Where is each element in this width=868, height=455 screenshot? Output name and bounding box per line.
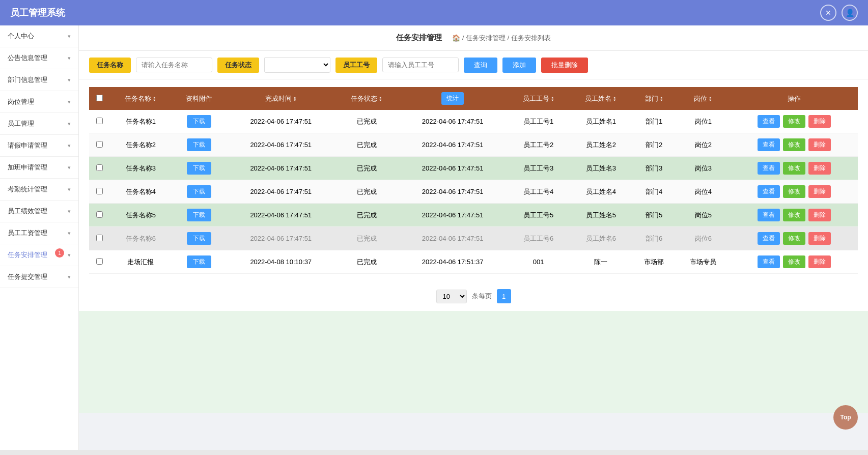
row-task-name: 任务名称3 — [109, 157, 172, 180]
row-post: 市场专员 — [676, 250, 731, 274]
stats-header-button[interactable]: 统计 — [441, 92, 464, 105]
col-task-name: 任务名称⇕ — [109, 87, 172, 110]
view-button[interactable]: 查看 — [758, 232, 780, 245]
row-employee-name: 员工姓名2 — [570, 133, 632, 157]
sidebar-item-leave[interactable]: 请假申请管理▾ — [0, 135, 78, 157]
view-button[interactable]: 查看 — [758, 255, 780, 268]
row-dept: 部门3 — [632, 157, 676, 180]
row-checkbox[interactable] — [96, 141, 103, 148]
row-employee-name: 员工姓名3 — [570, 157, 632, 180]
task-status-label: 任务状态 — [217, 58, 259, 73]
table-row: 任务名称3 下载 2022-04-06 17:47:51 已完成 2022-04… — [89, 157, 858, 180]
row-checkbox[interactable] — [96, 211, 103, 218]
top-button[interactable]: Top — [833, 405, 858, 430]
row-attachment: 下载 — [172, 227, 227, 250]
col-complete-time: 完成时间⇕ — [226, 87, 335, 110]
download-button[interactable]: 下载 — [187, 255, 211, 268]
download-button[interactable]: 下载 — [187, 115, 211, 128]
sidebar-item-label: 请假申请管理 — [8, 141, 47, 150]
sidebar-arrow: ▾ — [68, 186, 71, 193]
sidebar-item-task-arrange[interactable]: 任务安排管理▾1 — [0, 244, 78, 266]
delete-button[interactable]: 删除 — [808, 232, 831, 245]
download-button[interactable]: 下载 — [187, 162, 211, 175]
view-button[interactable]: 查看 — [758, 185, 780, 198]
delete-button[interactable]: 删除 — [808, 115, 831, 128]
download-button[interactable]: 下载 — [187, 209, 211, 221]
sidebar-item-performance[interactable]: 员工绩效管理▾ — [0, 201, 78, 222]
employee-id-label: 员工工号 — [335, 58, 377, 73]
sidebar-item-personal[interactable]: 个人中心▾ — [0, 25, 78, 47]
edit-button[interactable]: 修改 — [783, 209, 805, 221]
delete-button[interactable]: 删除 — [808, 209, 831, 221]
sidebar-item-announcement[interactable]: 公告信息管理▾ — [0, 47, 78, 69]
employee-id-input[interactable] — [382, 58, 459, 72]
row-task-name: 任务名称5 — [109, 204, 172, 227]
bottom-scrollbar[interactable] — [0, 450, 868, 455]
sidebar-item-salary[interactable]: 员工工资管理▾ — [0, 222, 78, 244]
task-name-input[interactable] — [136, 58, 212, 72]
edit-button[interactable]: 修改 — [783, 115, 805, 128]
add-button[interactable]: 添加 — [502, 58, 536, 73]
sidebar-arrow: ▾ — [68, 143, 71, 149]
row-checkbox[interactable] — [96, 164, 103, 171]
edit-button[interactable]: 修改 — [783, 138, 805, 151]
sidebar-item-label: 任务提交管理 — [8, 272, 47, 281]
row-employee-name: 陈一 — [570, 250, 632, 274]
sidebar-item-position[interactable]: 岗位管理▾ — [0, 91, 78, 113]
row-attachment: 下载 — [172, 180, 227, 204]
sidebar-item-attendance[interactable]: 考勤统计管理▾ — [0, 179, 78, 201]
bottom-area — [79, 311, 868, 413]
row-checkbox-cell — [89, 250, 109, 274]
per-page-text: 条每页 — [472, 292, 492, 301]
row-dept: 部门4 — [632, 180, 676, 204]
table-row: 走场汇报 下载 2022-04-08 10:10:37 已完成 2022-04-… — [89, 250, 858, 274]
delete-button[interactable]: 删除 — [808, 138, 831, 151]
page-1-button[interactable]: 1 — [497, 289, 511, 303]
row-checkbox[interactable] — [96, 118, 103, 124]
page-size-select[interactable]: 10 20 50 100 — [436, 290, 467, 303]
row-post: 岗位2 — [676, 133, 731, 157]
row-stats-time: 2022-04-06 17:47:51 — [398, 110, 508, 133]
row-stats-time: 2022-04-06 17:47:51 — [398, 157, 508, 180]
row-complete-time: 2022-04-06 17:47:51 — [226, 180, 335, 204]
close-button[interactable]: ✕ — [820, 5, 836, 21]
view-button[interactable]: 查看 — [758, 162, 780, 175]
user-button[interactable]: 👤 — [842, 5, 858, 21]
select-all-checkbox[interactable] — [96, 95, 103, 101]
batch-delete-button[interactable]: 批量删除 — [541, 58, 588, 73]
sidebar-item-task-submit[interactable]: 任务提交管理▾ — [0, 266, 78, 288]
row-checkbox[interactable] — [96, 188, 103, 194]
view-button[interactable]: 查看 — [758, 115, 780, 128]
edit-button[interactable]: 修改 — [783, 162, 805, 175]
download-button[interactable]: 下载 — [187, 138, 211, 151]
row-employee-id: 001 — [507, 250, 570, 274]
view-button[interactable]: 查看 — [758, 209, 780, 221]
sidebar-item-label: 个人中心 — [8, 32, 34, 41]
row-attachment: 下载 — [172, 157, 227, 180]
delete-button[interactable]: 删除 — [808, 162, 831, 175]
download-button[interactable]: 下载 — [187, 232, 211, 245]
sidebar-item-overtime[interactable]: 加班申请管理▾ — [0, 157, 78, 179]
row-task-status: 已完成 — [335, 110, 398, 133]
task-status-select[interactable]: 已完成 进行中 未开始 — [264, 57, 330, 73]
delete-button[interactable]: 删除 — [808, 185, 831, 198]
sidebar-arrow: ▾ — [68, 230, 71, 237]
edit-button[interactable]: 修改 — [783, 255, 805, 268]
sidebar-item-employee[interactable]: 员工管理▾ — [0, 113, 78, 135]
row-employee-id: 员工工号2 — [507, 133, 570, 157]
row-employee-id: 员工工号3 — [507, 157, 570, 180]
view-button[interactable]: 查看 — [758, 138, 780, 151]
download-button[interactable]: 下载 — [187, 185, 211, 198]
edit-button[interactable]: 修改 — [783, 232, 805, 245]
row-checkbox[interactable] — [96, 258, 103, 265]
row-task-status: 已完成 — [335, 180, 398, 204]
row-employee-name: 员工姓名1 — [570, 110, 632, 133]
delete-button[interactable]: 删除 — [808, 255, 831, 268]
row-actions: 查看 修改 删除 — [731, 180, 858, 204]
row-attachment: 下载 — [172, 250, 227, 274]
edit-button[interactable]: 修改 — [783, 185, 805, 198]
row-checkbox[interactable] — [96, 235, 103, 241]
row-task-status: 已完成 — [335, 204, 398, 227]
sidebar-item-department[interactable]: 部门信息管理▾ — [0, 69, 78, 91]
query-button[interactable]: 查询 — [464, 58, 497, 73]
